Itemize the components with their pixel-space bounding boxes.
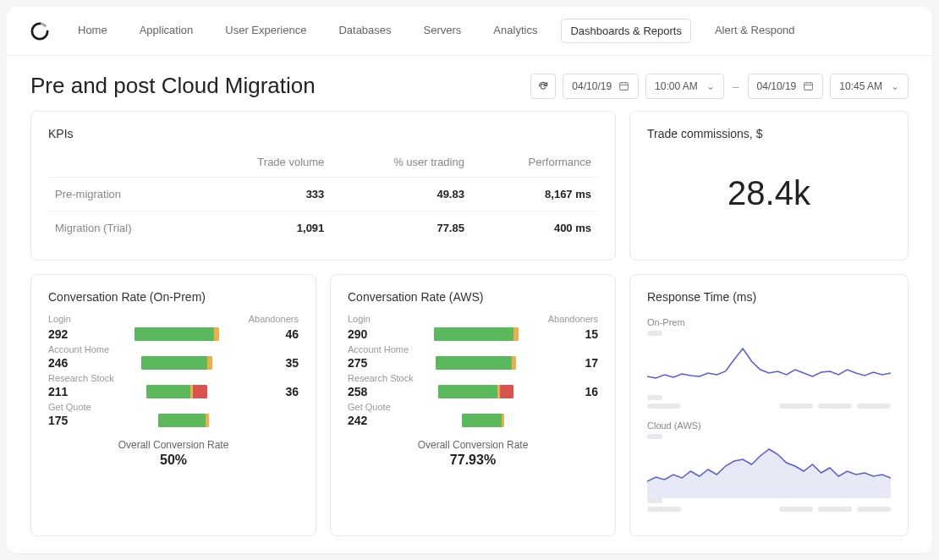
nav-items: HomeApplicationUser ExperienceDatabasesS…	[69, 19, 804, 43]
time-start-picker[interactable]: 10:00 AM ⌄	[645, 74, 724, 99]
placeholder-bar	[647, 395, 662, 400]
kpi-col-header: Trade volume	[198, 151, 332, 178]
date-start-picker[interactable]: 04/10/19	[563, 74, 639, 99]
funnel-step-value: 275	[348, 356, 367, 370]
time-end-value: 10:45 AM	[839, 80, 882, 92]
response-sub-cloud: Cloud (AWS)	[647, 420, 891, 431]
kpi-value: 77.85	[331, 211, 471, 245]
date-end-picker[interactable]: 04/10/19	[748, 74, 824, 99]
funnel-step-value: 246	[48, 356, 68, 370]
calendar-icon	[803, 80, 814, 91]
placeholder-bar	[818, 404, 852, 409]
kpi-table: Trade volume% user tradingPerformance Pr…	[48, 151, 598, 244]
top-nav: HomeApplicationUser ExperienceDatabasesS…	[7, 7, 932, 56]
funnel-step-value: 242	[348, 414, 367, 427]
funnel-seg-green	[158, 414, 206, 427]
funnel-step: 29015	[348, 326, 598, 341]
funnel-step: Research Stock21136	[48, 373, 299, 398]
funnel-seg-green	[146, 385, 190, 398]
kpi-value: 8,167 ms	[471, 178, 598, 211]
chevron-down-icon: ⌄	[706, 80, 715, 92]
funnel-seg-green	[141, 356, 207, 370]
funnel-seg-green	[438, 385, 497, 398]
funnel-step-value: 211	[48, 385, 68, 398]
funnel-step: Account Home24635	[48, 344, 299, 370]
funnel-step-value: 290	[348, 327, 367, 341]
funnel-overall-pct: 77.93%	[348, 453, 598, 468]
funnel-abandon-value: 15	[585, 327, 598, 341]
nav-item-application[interactable]: Application	[131, 19, 202, 43]
date-end-value: 04/10/19	[757, 80, 797, 92]
funnel-seg-orange	[207, 356, 212, 370]
funnel-abandon-value: 35	[285, 356, 299, 370]
nav-item-databases[interactable]: Databases	[330, 19, 399, 43]
funnel-seg-red	[193, 385, 207, 398]
funnel-right-label: Abandoners	[249, 314, 299, 324]
funnel-overall-pct: 50%	[48, 453, 299, 468]
funnel-abandon-value: 17	[585, 356, 598, 370]
funnel-step-value: 175	[48, 414, 68, 427]
nav-item-analytics[interactable]: Analytics	[485, 19, 546, 43]
page-title: Pre and post Cloud Migration	[30, 73, 316, 99]
placeholder-bar	[857, 404, 891, 409]
svg-rect-0	[620, 83, 629, 91]
response-time-card: Response Time (ms) On-Prem Cloud (AWS)	[629, 274, 909, 536]
kpi-col-header: % user trading	[331, 151, 471, 178]
funnel-step-label: Research Stock	[48, 373, 299, 383]
header-controls: 04/10/19 10:00 AM ⌄ – 04/10/19 10:45 AM …	[530, 74, 909, 99]
funnel-step: Get Quote175	[48, 402, 299, 427]
funnel-abandon-value: 36	[285, 385, 299, 398]
sparkline-onprem	[647, 336, 891, 395]
funnel-seg-orange	[214, 327, 219, 341]
commissions-card: Trade commissions, $ 28.4k	[629, 111, 909, 261]
kpi-row: Pre-migration33349.838,167 ms	[48, 178, 598, 211]
placeholder-bar	[779, 404, 813, 409]
funnel-seg-green	[434, 327, 513, 341]
time-end-picker[interactable]: 10:45 AM ⌄	[830, 74, 909, 99]
kpi-value: 1,091	[198, 211, 332, 245]
kpi-row-label: Pre-migration	[48, 178, 198, 211]
funnel-seg-green	[462, 414, 502, 427]
funnel-overall: Overall Conversion Rate77.93%	[348, 439, 598, 468]
funnel-bar	[462, 414, 504, 427]
refresh-button[interactable]	[530, 74, 556, 99]
placeholder-bar	[647, 404, 681, 409]
funnel-step: 29246	[48, 326, 299, 341]
funnel-abandon-value: 46	[285, 327, 299, 341]
funnel-seg-red	[500, 385, 513, 398]
funnel-aws-card: Conversation Rate (AWS)LoginAbandoners29…	[330, 274, 616, 536]
funnel-bar	[141, 356, 212, 370]
placeholder-row	[647, 507, 891, 512]
placeholder-bar	[857, 507, 891, 512]
nav-item-home[interactable]: Home	[69, 19, 116, 43]
funnel-step-label: Account Home	[48, 344, 299, 354]
funnel-step: Research Stock25816	[348, 373, 598, 398]
nav-item-alert-respond[interactable]: Alert & Respond	[706, 19, 804, 43]
logo-icon	[30, 22, 49, 41]
time-start-value: 10:00 AM	[655, 80, 698, 92]
nav-item-user-experience[interactable]: User Experience	[217, 19, 315, 43]
funnel-bar	[135, 327, 219, 341]
calendar-icon	[618, 80, 629, 91]
nav-item-servers[interactable]: Servers	[415, 19, 470, 43]
placeholder-bar	[647, 498, 662, 503]
funnel-bar	[146, 385, 207, 398]
funnel-left-label: Login	[48, 314, 71, 324]
funnel-step: Account Home27517	[348, 344, 598, 370]
funnel-seg-orange	[502, 414, 504, 427]
funnel-bar	[158, 414, 209, 427]
funnel-title: Conversation Rate (AWS)	[348, 290, 598, 304]
funnel-right-label: Abandoners	[548, 314, 598, 324]
funnel-abandon-value: 16	[585, 385, 598, 398]
funnel-bar	[436, 356, 516, 370]
nav-item-dashboards-reports[interactable]: Dashboards & Reports	[561, 19, 691, 43]
commissions-value: 28.4k	[647, 174, 891, 221]
kpi-title: KPIs	[48, 127, 598, 140]
funnel-left-label: Login	[348, 314, 371, 324]
response-time-title: Response Time (ms)	[647, 290, 891, 304]
placeholder-bar	[818, 507, 852, 512]
funnel-step-label: Get Quote	[348, 402, 598, 412]
funnel-title: Conversation Rate (On-Prem)	[48, 290, 299, 304]
funnel-seg-orange	[512, 356, 517, 370]
funnel-bar	[434, 327, 519, 341]
